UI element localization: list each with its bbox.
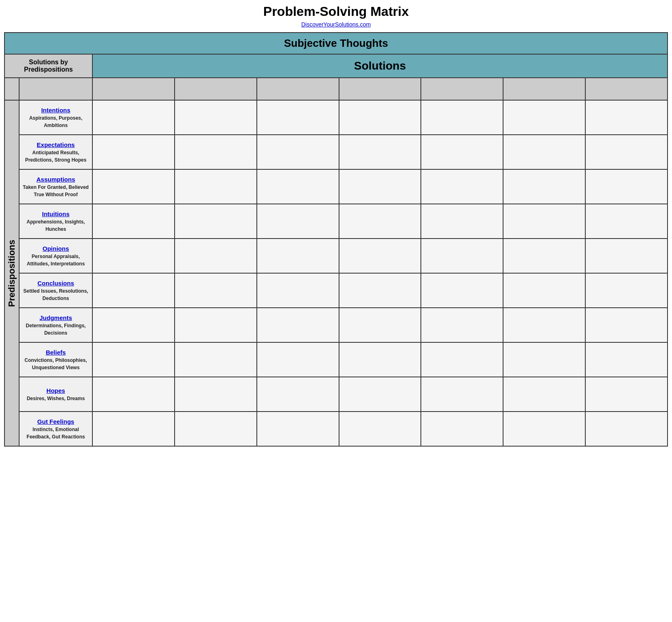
cell-beliefs-1[interactable] (92, 342, 175, 377)
cell-conclusions-5[interactable] (421, 273, 503, 308)
cell-judgments-6[interactable] (503, 308, 585, 342)
cell-expectations-7[interactable] (585, 135, 668, 169)
cell-expectations-4[interactable] (339, 135, 421, 169)
row-label-conclusions: ConclusionsSettled Issues, Resolutions, … (19, 273, 92, 308)
cell-judgments-4[interactable] (339, 308, 421, 342)
cell-beliefs-6[interactable] (503, 342, 585, 377)
cell-gut-feelings-4[interactable] (339, 412, 421, 446)
row-link-expectations[interactable]: Expectations (37, 141, 74, 148)
cell-opinions-6[interactable] (503, 239, 585, 273)
cell-assumptions-5[interactable] (421, 169, 503, 204)
cell-expectations-6[interactable] (503, 135, 585, 169)
row-label-expectations: ExpectationsAnticipated Results, Predict… (19, 135, 92, 169)
cell-judgments-1[interactable] (92, 308, 175, 342)
cell-assumptions-4[interactable] (339, 169, 421, 204)
cell-intentions-3[interactable] (257, 100, 339, 135)
row-link-intuitions[interactable]: Intuitions (42, 210, 70, 217)
cell-intuitions-1[interactable] (92, 204, 175, 239)
cell-intuitions-7[interactable] (585, 204, 668, 239)
cell-hopes-1[interactable] (92, 377, 175, 412)
sol-col-5 (421, 78, 503, 100)
cell-expectations-3[interactable] (257, 135, 339, 169)
row-link-judgments[interactable]: Judgments (39, 314, 72, 321)
subtitle-link[interactable]: DiscoverYourSolutions.com (301, 21, 371, 28)
cell-gut-feelings-3[interactable] (257, 412, 339, 446)
cell-expectations-1[interactable] (92, 135, 175, 169)
row-label-opinions: OpinionsPersonal Appraisals, Attitudes, … (19, 239, 92, 273)
row-label-intentions: IntentionsAspirations, Purposes, Ambitio… (19, 100, 92, 135)
cell-beliefs-5[interactable] (421, 342, 503, 377)
cell-conclusions-3[interactable] (257, 273, 339, 308)
cell-hopes-4[interactable] (339, 377, 421, 412)
cell-expectations-2[interactable] (175, 135, 257, 169)
cell-intentions-4[interactable] (339, 100, 421, 135)
cell-assumptions-6[interactable] (503, 169, 585, 204)
main-table: Subjective Thoughts Solutions by Predisp… (4, 32, 668, 447)
cell-gut-feelings-7[interactable] (585, 412, 668, 446)
row-link-hopes[interactable]: Hopes (46, 387, 65, 394)
row-link-opinions[interactable]: Opinions (43, 245, 69, 252)
corner-header: Solutions by Predispositions (4, 54, 92, 78)
sol-col-3 (257, 78, 339, 100)
cell-opinions-1[interactable] (92, 239, 175, 273)
row-link-gut-feelings[interactable]: Gut Feelings (37, 418, 74, 425)
row-link-beliefs[interactable]: Beliefs (46, 349, 66, 356)
cell-opinions-4[interactable] (339, 239, 421, 273)
cell-beliefs-2[interactable] (175, 342, 257, 377)
cell-gut-feelings-1[interactable] (92, 412, 175, 446)
cell-beliefs-3[interactable] (257, 342, 339, 377)
page-title: Problem-Solving Matrix (4, 4, 668, 19)
cell-gut-feelings-6[interactable] (503, 412, 585, 446)
cell-intentions-6[interactable] (503, 100, 585, 135)
cell-intentions-2[interactable] (175, 100, 257, 135)
cell-assumptions-1[interactable] (92, 169, 175, 204)
row-link-conclusions[interactable]: Conclusions (37, 280, 74, 287)
cell-hopes-5[interactable] (421, 377, 503, 412)
cell-intentions-1[interactable] (92, 100, 175, 135)
cell-hopes-6[interactable] (503, 377, 585, 412)
cell-conclusions-1[interactable] (92, 273, 175, 308)
cell-beliefs-7[interactable] (585, 342, 668, 377)
cell-conclusions-2[interactable] (175, 273, 257, 308)
cell-intuitions-2[interactable] (175, 204, 257, 239)
cell-assumptions-2[interactable] (175, 169, 257, 204)
sol-col-2 (175, 78, 257, 100)
cell-intentions-7[interactable] (585, 100, 668, 135)
sol-col-1 (92, 78, 175, 100)
cell-judgments-7[interactable] (585, 308, 668, 342)
predispositions-label: Predispositions (4, 100, 19, 446)
cell-assumptions-7[interactable] (585, 169, 668, 204)
page-subtitle: DiscoverYourSolutions.com (4, 21, 668, 28)
cell-intuitions-5[interactable] (421, 204, 503, 239)
cell-judgments-3[interactable] (257, 308, 339, 342)
cell-hopes-2[interactable] (175, 377, 257, 412)
cell-hopes-3[interactable] (257, 377, 339, 412)
cell-judgments-5[interactable] (421, 308, 503, 342)
sol-col-4 (339, 78, 421, 100)
cell-beliefs-4[interactable] (339, 342, 421, 377)
row-label-judgments: JudgmentsDeterminations, Findings, Decis… (19, 308, 92, 342)
cell-conclusions-7[interactable] (585, 273, 668, 308)
sol-col-6 (503, 78, 585, 100)
cell-gut-feelings-5[interactable] (421, 412, 503, 446)
cell-opinions-7[interactable] (585, 239, 668, 273)
cell-judgments-2[interactable] (175, 308, 257, 342)
cell-conclusions-6[interactable] (503, 273, 585, 308)
row-link-assumptions[interactable]: Assumptions (36, 176, 75, 183)
solutions-header: Solutions (92, 54, 668, 78)
cell-intuitions-4[interactable] (339, 204, 421, 239)
cell-assumptions-3[interactable] (257, 169, 339, 204)
cell-expectations-5[interactable] (421, 135, 503, 169)
cell-opinions-5[interactable] (421, 239, 503, 273)
row-link-intentions[interactable]: Intentions (41, 107, 70, 114)
cell-hopes-7[interactable] (585, 377, 668, 412)
cell-opinions-3[interactable] (257, 239, 339, 273)
col-label: Solutions by Predispositions (5, 55, 92, 77)
cell-opinions-2[interactable] (175, 239, 257, 273)
cell-gut-feelings-2[interactable] (175, 412, 257, 446)
cell-intuitions-6[interactable] (503, 204, 585, 239)
cell-intuitions-3[interactable] (257, 204, 339, 239)
cell-intentions-5[interactable] (421, 100, 503, 135)
cell-conclusions-4[interactable] (339, 273, 421, 308)
row-label-gut-feelings: Gut FeelingsInstincts, Emotional Feedbac… (19, 412, 92, 446)
